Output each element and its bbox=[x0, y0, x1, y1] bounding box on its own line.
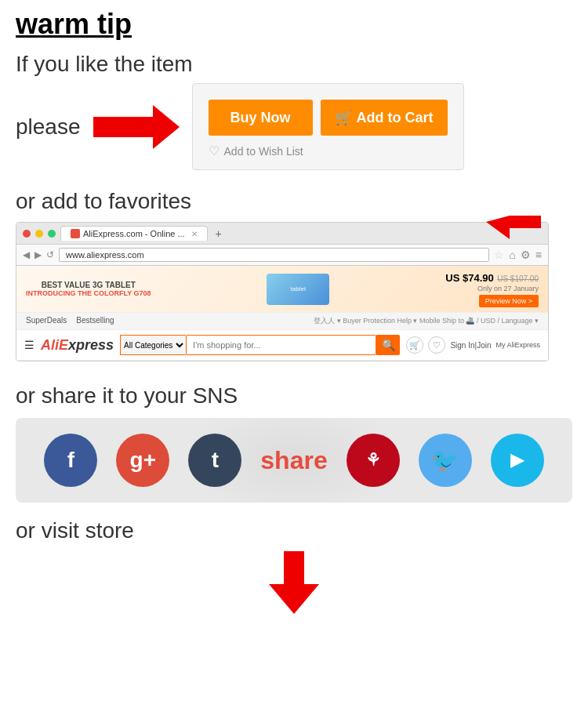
browser-tab-label: AliExpress.com - Online ... bbox=[83, 229, 185, 238]
down-arrow-icon bbox=[270, 551, 318, 614]
section4-text: or visit store bbox=[16, 518, 572, 543]
arrow-down-container bbox=[16, 551, 572, 614]
svg-marker-0 bbox=[486, 216, 541, 239]
section-favorites: or add to favorites AliExpress.com - Onl… bbox=[16, 189, 572, 368]
ae-search-button[interactable]: 🔍 bbox=[376, 335, 400, 355]
add-to-cart-label: Add to Cart bbox=[357, 110, 434, 126]
cart-icon: 🛒 bbox=[335, 109, 352, 126]
ae-logo: AliExpress bbox=[41, 337, 114, 354]
ae-banner-left: BEST VALUE 3G TABLET INTRODUCING THE COL… bbox=[26, 281, 151, 297]
vimeo-icon[interactable]: ▶ bbox=[491, 434, 544, 487]
sns-panel: f g+ t share ⚘ 🐦 ▶ bbox=[16, 418, 572, 503]
preview-now-button[interactable]: Preview Now > bbox=[479, 295, 539, 307]
ae-category-select[interactable]: All Categories bbox=[120, 335, 186, 355]
ae-banner-subtitle: INTRODUCING THE COLORFLY G708 bbox=[26, 289, 151, 297]
section-sns: or share it to your SNS f g+ t share ⚘ 🐦… bbox=[16, 383, 572, 503]
add-to-cart-button[interactable]: 🛒 Add to Cart bbox=[321, 100, 448, 136]
ae-search-container: All Categories 🔍 bbox=[120, 335, 400, 355]
ae-nav: SuperDeals Bestselling 登入人 ▾ Buyer Prote… bbox=[16, 313, 548, 330]
browser-tab[interactable]: AliExpress.com - Online ... ✕ bbox=[60, 226, 208, 241]
url-bar[interactable]: www.aliexpress.com bbox=[59, 248, 489, 262]
ae-nav-superdeals[interactable]: SuperDeals bbox=[26, 316, 67, 326]
section1-line1: If you like the item bbox=[16, 52, 572, 77]
favorites-arrow-icon bbox=[447, 208, 541, 258]
minimize-dot bbox=[35, 230, 43, 238]
forward-button[interactable]: ▶ bbox=[34, 249, 42, 260]
right-arrow-icon bbox=[93, 107, 180, 147]
back-button[interactable]: ◀ bbox=[23, 249, 30, 260]
section-store: or visit store bbox=[16, 518, 572, 614]
tumblr-icon[interactable]: t bbox=[188, 434, 241, 487]
new-tab-button[interactable]: + bbox=[212, 227, 225, 240]
maximize-dot bbox=[48, 230, 56, 238]
wishlist-label: Add to Wish List bbox=[224, 145, 303, 158]
ae-banner-title: BEST VALUE 3G TABLET bbox=[26, 281, 151, 289]
section3-text: or share it to your SNS bbox=[16, 383, 572, 408]
ae-my-label[interactable]: My AliExpress bbox=[495, 341, 540, 349]
buy-panel: Buy Now 🛒 Add to Cart ♡ Add to Wish List bbox=[192, 83, 464, 170]
ae-banner-right: US $74.90 US $107.00 Only on 27 January … bbox=[445, 270, 539, 307]
browser-body: BEST VALUE 3G TABLET INTRODUCING THE COL… bbox=[16, 266, 548, 361]
please-row: please Buy Now 🛒 Add to Cart ♡ Add to Wi… bbox=[16, 83, 572, 170]
pinterest-icon[interactable]: ⚘ bbox=[347, 434, 400, 487]
refresh-button[interactable]: ↺ bbox=[46, 249, 54, 260]
buy-now-button[interactable]: Buy Now bbox=[209, 100, 313, 136]
ae-topbar: ☰ AliExpress All Categories 🔍 🛒 ♡ Sign I… bbox=[16, 330, 548, 361]
please-text: please bbox=[16, 114, 81, 140]
cart-nav-icon[interactable]: 🛒 bbox=[406, 336, 423, 354]
ae-nav-bestselling[interactable]: Bestselling bbox=[76, 316, 114, 326]
ae-banner-image: tablet bbox=[267, 274, 329, 305]
tab-favicon bbox=[71, 229, 80, 238]
ae-banner: BEST VALUE 3G TABLET INTRODUCING THE COL… bbox=[16, 266, 548, 313]
wishlist-row[interactable]: ♡ Add to Wish List bbox=[209, 143, 448, 158]
page-title: warm tip bbox=[16, 8, 572, 41]
ae-search-input[interactable] bbox=[186, 335, 376, 355]
heart-icon: ♡ bbox=[209, 143, 220, 158]
ae-nav-right: 登入人 ▾ Buyer Protection Help ▾ Mobile Shi… bbox=[314, 316, 539, 326]
section-buy: If you like the item please Buy Now 🛒 Ad… bbox=[16, 52, 572, 170]
share-label: share bbox=[260, 446, 327, 475]
ae-banner-date: Only on 27 January bbox=[445, 285, 539, 292]
ae-menu-icon[interactable]: ☰ bbox=[24, 339, 34, 351]
ae-topbar-icons: 🛒 ♡ Sign In|Join My AliExpress bbox=[406, 336, 540, 354]
close-dot bbox=[23, 230, 31, 238]
ae-signin-label[interactable]: Sign In|Join bbox=[450, 341, 491, 350]
google-plus-icon[interactable]: g+ bbox=[116, 434, 169, 487]
ae-banner-price: US $74.90 US $107.00 bbox=[445, 270, 539, 285]
wishlist-nav-icon[interactable]: ♡ bbox=[428, 336, 445, 354]
facebook-icon[interactable]: f bbox=[44, 434, 97, 487]
buy-buttons-row: Buy Now 🛒 Add to Cart bbox=[209, 100, 448, 136]
twitter-icon[interactable]: 🐦 bbox=[419, 434, 472, 487]
